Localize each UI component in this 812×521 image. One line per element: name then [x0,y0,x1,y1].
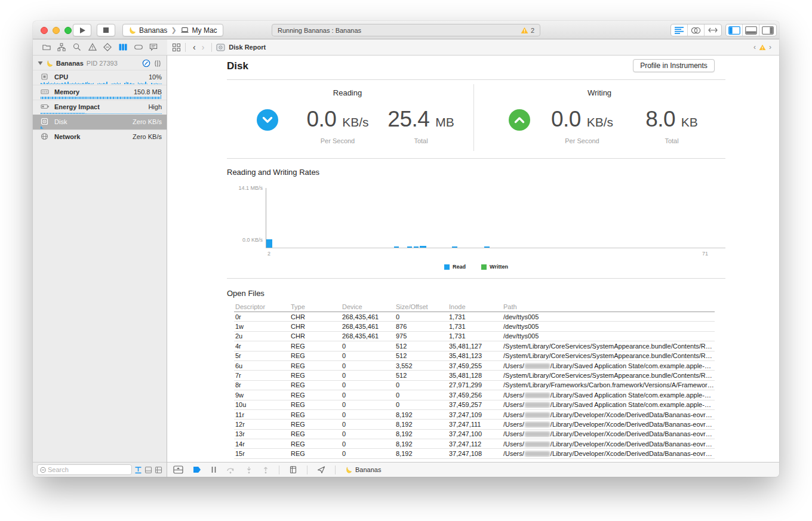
gauge-list: CPU10%Memory150.8 MBEnergy ImpactHighDis… [33,70,167,144]
column-header[interactable]: Path [502,303,715,310]
table-cell: REG [290,372,341,379]
pause-icon[interactable] [211,466,217,473]
toggle-debug-area-button[interactable] [743,24,759,36]
back-button[interactable]: ‹ [190,42,199,52]
hide-debug-area-icon[interactable] [173,465,183,474]
table-row[interactable]: 12rREG08,19237,247,111/Users//Library/De… [234,420,715,429]
table-cell: 37,247,108 [448,450,502,457]
table-row[interactable]: 1wCHR268,435,4618761,731/dev/ttys005 [234,322,715,331]
process-row[interactable]: Bananas PID 27393 [33,57,167,70]
table-row[interactable]: 7rREG051235,481,128/System/Library/CoreS… [234,371,715,380]
legend-item-read: Read [444,264,466,270]
step-into-icon[interactable] [245,466,253,474]
table-row[interactable]: 2uCHR268,435,4619751,731/dev/ttys005 [234,332,715,341]
step-over-icon[interactable] [226,466,236,474]
table-cell: 7r [234,372,290,379]
issue-warning-icon[interactable] [759,44,766,51]
minimize-window-button[interactable] [53,27,60,34]
next-issue-button[interactable]: › [766,43,774,51]
previous-issue-button[interactable]: ‹ [751,43,759,51]
warning-count[interactable]: 2 [531,27,534,34]
table-cell: 11r [234,411,290,418]
warning-icon[interactable] [521,27,528,34]
project-navigator-icon[interactable] [42,42,51,52]
standard-editor-button[interactable] [671,24,688,36]
table-cell: 1,731 [448,323,502,330]
reading-total-value: 25.4 [387,107,429,131]
debug-navigator: Bananas PID 27393 CPU10%Memory150.8 MBEn… [33,56,167,477]
table-row[interactable]: 15rREG08,19237,247,108/Users//Library/De… [234,449,715,458]
gauge-row-network[interactable]: NetworkZero KB/s [33,130,167,144]
profile-gauge-icon[interactable] [142,59,150,67]
table-cell: REG [290,381,341,389]
stop-button[interactable] [97,24,115,36]
read-arrow-icon [257,109,278,131]
table-row[interactable]: 4rREG051235,481,127/System/Library/CoreS… [234,341,715,351]
filter-input[interactable] [48,466,129,473]
scheme-selector[interactable]: Bananas ❯ My Mac [122,24,223,36]
threads-filter-icon[interactable] [155,466,162,474]
assistant-editor-button[interactable] [688,24,705,36]
disclosure-triangle-icon[interactable] [38,61,43,66]
stop-icon [103,27,109,33]
debug-process-selector[interactable]: Bananas [345,466,381,474]
version-editor-button[interactable] [705,24,721,36]
zoom-window-button[interactable] [64,27,72,34]
gauge-row-disk[interactable]: DiskZero KB/s [33,115,167,130]
table-cell: CHR [290,313,341,320]
report-navigator-icon[interactable] [149,42,158,52]
mac-icon [180,27,189,34]
table-row[interactable]: 8rREG0027,971,299/System/Library/Framewo… [234,381,715,390]
memory-graph-icon[interactable] [153,60,162,67]
table-row[interactable]: 13rREG08,19237,247,100/Users//Library/De… [234,430,715,439]
table-row[interactable]: 11rREG08,19237,247,109/Users//Library/De… [234,410,715,420]
table-row[interactable]: 6uREG03,55237,459,255/Users//Library/Sav… [234,361,715,371]
column-header[interactable]: Device [341,303,395,310]
filter-field[interactable] [37,464,132,475]
issue-navigator-icon[interactable] [88,42,97,52]
table-row[interactable]: 10uREG0037,459,257/Users//Library/Saved … [234,400,715,410]
source-control-navigator-icon[interactable] [57,42,66,52]
legend-label: Written [490,264,508,270]
table-cell: 268,435,461 [341,332,395,340]
banana-icon [345,466,352,474]
table-cell: REG [290,401,341,408]
path-cell: /System/Library/CoreServices/SystemAppea… [502,352,715,359]
simulate-location-icon[interactable] [317,465,325,474]
table-row[interactable]: 0rCHR268,435,46101,731/dev/ttys005 [234,312,715,322]
jump-bar-title[interactable]: Disk Report [229,44,266,51]
table-row[interactable]: 5rREG051235,481,123/System/Library/CoreS… [234,352,715,361]
redacted-username [525,451,550,457]
find-navigator-icon[interactable] [72,42,82,52]
table-cell: 37,247,111 [448,421,502,428]
table-cell: 4r [234,343,290,350]
column-header[interactable]: Size/Offset [395,303,448,310]
table-cell: 0 [341,362,395,369]
reading-rate-value: 0.0 [306,107,336,131]
table-cell: 14r [234,440,290,448]
column-header[interactable]: Inode [448,303,502,310]
view-hierarchy-icon[interactable] [289,465,297,474]
toggle-inspector-button[interactable] [759,24,776,36]
profile-in-instruments-button[interactable]: Profile in Instruments [633,59,715,72]
table-row[interactable]: 14rREG08,19237,247,112/Users//Library/De… [234,439,715,449]
column-header[interactable]: Type [290,303,341,310]
forward-button[interactable]: › [199,42,208,52]
test-navigator-icon[interactable] [103,42,112,52]
gauge-row-cpu[interactable]: CPU10% [33,70,167,85]
run-button[interactable] [73,24,91,36]
table-cell: 0r [234,313,290,320]
toggle-navigator-button[interactable] [726,24,743,36]
step-out-icon[interactable] [262,466,269,474]
related-items-icon[interactable] [172,43,181,52]
table-row[interactable]: 9wREG0037,459,256/Users//Library/Saved A… [234,390,715,400]
stack-frames-filter-icon[interactable] [144,466,152,474]
breakpoints-toggle-icon[interactable] [193,466,201,473]
gauge-row-memory[interactable]: Memory150.8 MB [33,85,167,100]
close-window-button[interactable] [41,27,48,34]
gauge-row-energy-impact[interactable]: Energy ImpactHigh [33,100,167,115]
breakpoint-navigator-icon[interactable] [134,42,143,52]
column-header[interactable]: Descriptor [234,303,290,310]
debug-navigator-icon[interactable] [118,42,128,52]
show-running-filter-icon[interactable] [134,466,142,474]
